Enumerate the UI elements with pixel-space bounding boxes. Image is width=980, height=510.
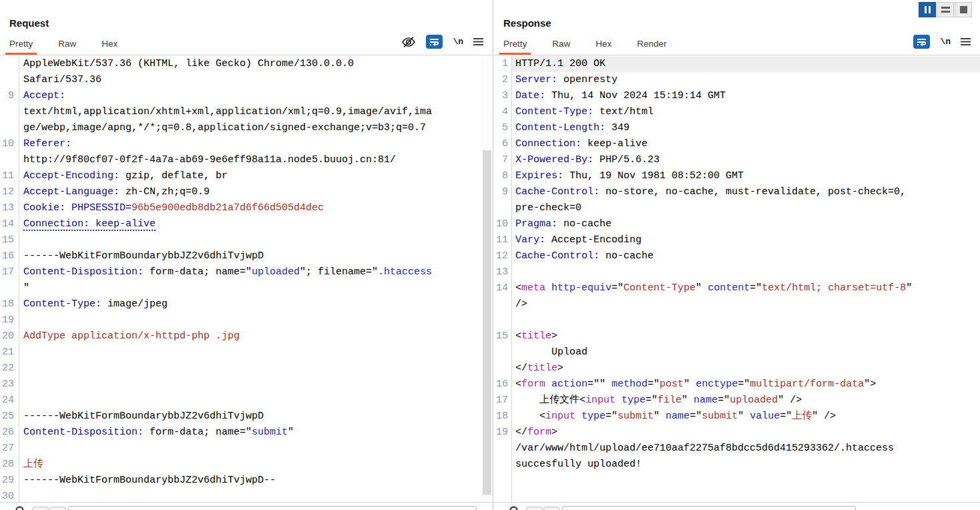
request-scrollbar[interactable] [482, 56, 492, 502]
stop-square-icon[interactable] [955, 2, 972, 17]
pause-icon[interactable] [919, 2, 936, 17]
word-wrap-icon[interactable] [426, 35, 443, 49]
code-line: 11Vary: Accept-Encoding [494, 232, 980, 248]
tab-pretty[interactable]: Pretty [503, 35, 527, 55]
code-line: 2Server: openresty [494, 72, 980, 88]
line-number: 28 [0, 457, 19, 473]
line-number: 30 [0, 489, 19, 502]
line-number: 12 [0, 184, 19, 200]
line-number: 24 [0, 393, 19, 409]
bottom-divider [0, 502, 980, 503]
code-text: HTTP/1.1 200 OK [511, 56, 980, 72]
code-text: Content-Disposition: form-data; name="su… [19, 425, 493, 441]
code-text: text/html,application/xhtml+xml,applicat… [19, 104, 493, 120]
code-text: " [19, 280, 493, 296]
request-header: Request PrettyRawHex \n [0, 0, 493, 55]
code-line: 12Cache-Control: no-cache [494, 248, 980, 264]
search-input[interactable] [68, 506, 477, 510]
response-gutter-divider [511, 56, 512, 502]
code-text: Connection: keep-alive [511, 136, 980, 152]
newline-icon[interactable]: \n [940, 37, 951, 47]
code-line: 13 [494, 264, 980, 280]
search-next-button[interactable] [49, 507, 66, 510]
code-line: </title> [494, 360, 980, 376]
code-line: 14<meta http-equiv="Content-Type" conten… [494, 280, 980, 296]
request-scrollbar-thumb[interactable] [483, 150, 491, 495]
line-number [494, 344, 511, 360]
line-number: 4 [494, 104, 511, 120]
tab-raw[interactable]: Raw [58, 35, 76, 55]
response-panel: Response PrettyRawHexRender \n 1HT [494, 0, 980, 510]
code-line: 10Referer: [0, 136, 493, 152]
response-tabs: PrettyRawHexRender [503, 35, 667, 55]
code-line: AppleWebKit/537.36 (KHTML, like Gecko) C… [0, 56, 493, 72]
line-number: 14 [0, 216, 19, 232]
tab-render[interactable]: Render [637, 35, 666, 55]
code-text: Accept: [19, 88, 493, 104]
code-line: 6Connection: keep-alive [494, 136, 980, 152]
line-number: 10 [0, 136, 19, 152]
code-text: Connection: keep-alive [19, 216, 493, 232]
tab-hex[interactable]: Hex [101, 35, 117, 55]
code-text: Upload [511, 344, 980, 360]
tab-pretty[interactable]: Pretty [9, 35, 33, 55]
response-header: Response PrettyRawHexRender \n [494, 0, 980, 55]
line-number: 13 [494, 264, 511, 280]
code-text: AddType application/x-httpd-php .jpg [19, 328, 493, 344]
line-number: 3 [494, 88, 511, 104]
code-text: 上传 [19, 457, 493, 473]
word-wrap-icon[interactable] [913, 35, 930, 49]
code-text: succesfully uploaded! [511, 457, 980, 473]
code-text: <input type="submit" name="submit" value… [511, 409, 980, 425]
code-text: Referer: [19, 136, 493, 152]
code-line: 20AddType application/x-httpd-php .jpg [0, 328, 493, 344]
line-number: 11 [0, 168, 19, 184]
line-number: 25 [0, 409, 19, 425]
code-text: Content-Disposition: form-data; name="up… [19, 264, 493, 280]
eye-off-icon[interactable] [401, 35, 416, 49]
request-editor[interactable]: AppleWebKit/537.36 (KHTML, like Gecko) C… [0, 56, 493, 502]
tab-raw[interactable]: Raw [552, 35, 570, 55]
line-number: 16 [494, 376, 511, 393]
line-number [494, 457, 511, 473]
code-line: 16------WebKitFormBoundarybbJZ2v6dhiTvjw… [0, 248, 493, 264]
code-line: 13Cookie: PHPSESSID=96b5e900edb8db21a7d6… [0, 200, 493, 216]
code-line: text/html,application/xhtml+xml,applicat… [0, 104, 493, 120]
menu-icon[interactable] [473, 37, 483, 46]
response-title: Response [503, 17, 551, 29]
line-number [0, 152, 19, 168]
code-line: ge/webp,image/apng,*/*;q=0.8,application… [0, 120, 493, 136]
newline-icon[interactable]: \n [453, 37, 463, 47]
code-text: /var/www/html/upload/ee710aaf2275af8bdcc… [511, 441, 980, 457]
menu-icon[interactable] [961, 37, 971, 46]
stacked-bars-icon[interactable] [937, 2, 954, 17]
line-number: 17 [0, 264, 19, 280]
line-number: 22 [0, 360, 19, 376]
code-line: 15<title> [494, 328, 980, 344]
line-number: 14 [494, 280, 511, 296]
search-prev-button[interactable] [32, 507, 49, 510]
line-number: 19 [494, 425, 511, 441]
line-number: 2 [494, 72, 511, 88]
line-number: 9 [0, 88, 19, 104]
response-editor[interactable]: 1HTTP/1.1 200 OK2Server: openresty3Date:… [494, 56, 980, 502]
request-panel: Request PrettyRawHex \n [0, 0, 493, 510]
code-line: 5Content-Length: 349 [494, 120, 980, 136]
code-text [19, 232, 493, 248]
code-text [19, 393, 493, 409]
search-prev-button[interactable] [526, 507, 543, 510]
code-line: succesfully uploaded! [494, 457, 980, 473]
line-number: 26 [0, 425, 19, 441]
code-line: 3Date: Thu, 14 Nov 2024 15:19:14 GMT [494, 88, 980, 104]
search-next-button[interactable] [543, 507, 560, 510]
code-text: Expires: Thu, 19 Nov 1981 08:52:00 GMT [511, 168, 980, 184]
tab-hex[interactable]: Hex [595, 35, 611, 55]
code-line: 10Pragma: no-cache [494, 216, 980, 232]
request-toolbar: \n [401, 35, 483, 49]
code-line: 23 [0, 376, 493, 393]
search-input[interactable] [562, 506, 856, 510]
code-line: 19</form> [494, 425, 980, 441]
code-line: 30 [0, 489, 493, 502]
request-tabs: PrettyRawHex [9, 35, 117, 55]
code-text: X-Powered-By: PHP/5.6.23 [511, 152, 980, 168]
